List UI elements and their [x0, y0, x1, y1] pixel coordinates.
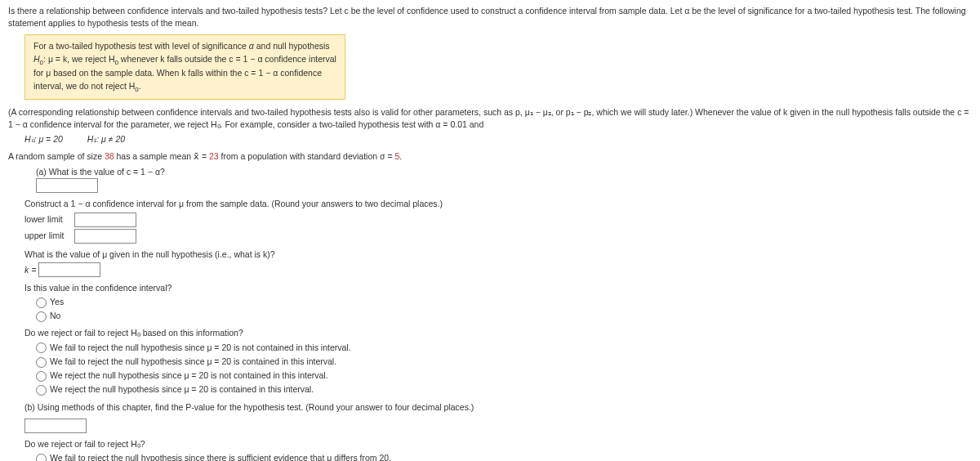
box-line1b: and null hypothesis	[254, 41, 330, 51]
rej-opt-0[interactable]: We fail to reject the null hypothesis si…	[36, 342, 351, 352]
in-interval-question: Is this value in the confidence interval…	[24, 282, 972, 294]
rej-label-2: We reject the null hypothesis since μ = …	[50, 370, 328, 380]
sample-pre: A random sample of size	[8, 151, 105, 161]
box-line3: for μ based on the sample data. When k f…	[33, 67, 336, 79]
sample-xbar: 23	[209, 151, 219, 161]
lower-limit-label: lower limit	[24, 213, 72, 226]
box-h0: H	[33, 54, 40, 64]
radio-rej-1[interactable]	[36, 357, 47, 368]
opt-yes[interactable]: Yes	[36, 297, 64, 307]
box-line4b: .	[139, 81, 141, 91]
sample-mid2: from a population with standard deviatio…	[219, 151, 395, 161]
box-line2c: whenever k falls outside the c = 1 − α c…	[118, 54, 336, 64]
box-line4a: interval, we do not reject H	[33, 81, 135, 91]
k-input[interactable]	[38, 262, 100, 277]
radio-rej-0[interactable]	[36, 342, 47, 353]
part-a-question: (a) What is the value of c = 1 − α?	[36, 166, 972, 178]
reject-question-b: Do we reject or fail to reject H₀?	[24, 438, 972, 450]
pvalue-input[interactable]	[24, 418, 87, 433]
sample-end: .	[399, 151, 402, 161]
hyp-h0: H₀: μ = 20	[24, 134, 63, 144]
rej-label-3: We reject the null hypothesis since μ = …	[50, 384, 314, 394]
radio-rej-2[interactable]	[36, 371, 47, 382]
upper-limit-label: upper limit	[24, 230, 72, 242]
yes-label: Yes	[50, 297, 64, 307]
sample-n: 38	[105, 151, 114, 161]
box-line2b: : μ = k, we reject H	[43, 54, 114, 64]
k-label: k =	[24, 264, 36, 274]
no-label: No	[50, 311, 60, 320]
box-line1a: For a two-tailed hypothesis test with le…	[33, 41, 249, 51]
rej-label-1: We fail to reject the null hypothesis si…	[50, 356, 336, 366]
intro-text: Is there a relationship between confiden…	[8, 5, 972, 29]
rej-opt-3[interactable]: We reject the null hypothesis since μ = …	[36, 384, 314, 394]
opt-no[interactable]: No	[36, 311, 60, 320]
part-b-question: (b) Using methods of this chapter, find …	[24, 401, 972, 414]
rej2-opt-0[interactable]: We fail to reject the null hypothesis si…	[36, 453, 391, 461]
radio-no[interactable]	[36, 311, 47, 322]
radio-yes[interactable]	[36, 298, 47, 308]
k-question: What is the value of μ given in the null…	[24, 248, 972, 261]
rej-opt-2[interactable]: We reject the null hypothesis since μ = …	[36, 370, 328, 380]
upper-limit-input[interactable]	[74, 229, 136, 244]
rej-opt-1[interactable]: We fail to reject the null hypothesis si…	[36, 356, 336, 366]
lower-limit-input[interactable]	[74, 213, 136, 227]
rej-label-0: We fail to reject the null hypothesis si…	[50, 342, 351, 352]
radio-rej-3[interactable]	[36, 385, 47, 396]
radio-rej2-0[interactable]	[36, 454, 47, 461]
hyp-h1: H₁: μ ≠ 20	[87, 134, 125, 144]
reject-question-a: Do we reject or fail to reject H₀ based …	[24, 327, 972, 339]
sample-mid1: has a sample mean x̄ =	[114, 151, 209, 161]
ci-prompt: Construct a 1 − α confidence interval fo…	[24, 198, 972, 210]
c-value-input[interactable]	[36, 178, 98, 193]
rej2-label-0: We fail to reject the null hypothesis si…	[50, 453, 391, 461]
paragraph-2: (A corresponding relationship between co…	[8, 106, 972, 131]
definition-box: For a two-tailed hypothesis test with le…	[24, 34, 345, 100]
